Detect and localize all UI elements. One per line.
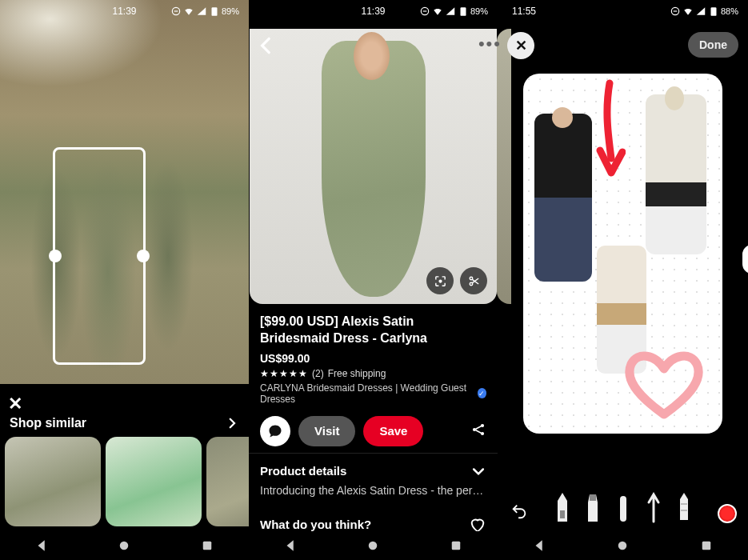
- svg-point-8: [439, 280, 442, 282]
- nav-recent-icon[interactable]: [449, 538, 463, 553]
- share-icon: [470, 422, 486, 438]
- status-bar: 11:55 88%: [498, 0, 748, 22]
- battery-text: 89%: [470, 6, 488, 16]
- svg-point-9: [470, 277, 473, 280]
- visual-search-button[interactable]: [426, 267, 454, 294]
- signal-icon: [695, 6, 706, 17]
- undo-icon: [510, 502, 528, 520]
- signal-icon: [196, 6, 207, 17]
- pencil-tool[interactable]: [676, 491, 692, 523]
- nav-back-icon[interactable]: [34, 538, 49, 553]
- rating-row: ★★★★★ (2) Free shipping: [260, 368, 486, 379]
- svg-rect-20: [590, 494, 596, 501]
- status-time: 11:39: [361, 6, 385, 17]
- nav-back-icon[interactable]: [283, 538, 298, 553]
- seller-name: CARLYNA Bridesmaid Dresses | Wedding Gue…: [260, 382, 475, 405]
- verified-badge-icon: ✓: [478, 388, 486, 398]
- shop-similar-header[interactable]: Shop similar: [10, 416, 239, 430]
- speech-bubble-icon: [267, 423, 283, 439]
- product-info: [$99.00 USD] Alexis Satin Bridesmaid Dre…: [249, 304, 498, 405]
- arrow-tool[interactable]: [646, 491, 662, 523]
- crop-focus-icon: [434, 274, 447, 288]
- product-price: US$99.00: [260, 352, 486, 365]
- status-icons: 89%: [419, 6, 488, 17]
- status-time: 11:55: [512, 6, 536, 17]
- svg-rect-15: [452, 542, 461, 550]
- highlighter-tool[interactable]: [615, 491, 631, 523]
- visual-search-panel: 11:39 89% ✕ Shop similar: [0, 0, 249, 560]
- status-icons: 88%: [670, 6, 738, 17]
- collage-cutout[interactable]: [534, 114, 592, 282]
- svg-point-3: [120, 542, 129, 550]
- shop-similar-label: Shop similar: [10, 416, 86, 430]
- nav-recent-icon[interactable]: [699, 538, 714, 553]
- battery-icon: [708, 6, 719, 17]
- drawn-arrow-icon: [594, 78, 626, 182]
- visual-search-crop-frame[interactable]: [53, 147, 146, 365]
- nav-recent-icon[interactable]: [200, 538, 214, 553]
- collage-editor-panel: 11:55 88% ✕ Done: [498, 0, 748, 560]
- nav-home-icon[interactable]: [366, 538, 380, 553]
- crop-handle-right[interactable]: [137, 250, 150, 262]
- back-button[interactable]: [256, 35, 277, 56]
- battery-text: 89%: [222, 6, 239, 16]
- think-label: What do you think?: [260, 518, 371, 531]
- similar-results-row: [5, 437, 249, 526]
- save-button[interactable]: Save: [363, 416, 423, 446]
- signal-icon: [445, 6, 456, 17]
- drawing-tool-row: [498, 491, 748, 523]
- pen-tool[interactable]: [554, 491, 570, 523]
- done-button[interactable]: Done: [688, 32, 738, 58]
- close-editor-button[interactable]: ✕: [507, 32, 534, 59]
- seller-link[interactable]: CARLYNA Bridesmaid Dresses | Wedding Gue…: [260, 382, 486, 405]
- collage-cutout[interactable]: [646, 94, 706, 254]
- comment-button[interactable]: [260, 416, 290, 446]
- svg-rect-21: [620, 496, 626, 522]
- do-not-disturb-icon: [170, 6, 182, 17]
- close-sheet-button[interactable]: ✕: [8, 394, 22, 414]
- status-time: 11:39: [112, 6, 136, 17]
- product-hero-image[interactable]: •••: [250, 29, 497, 304]
- do-not-disturb-icon: [419, 6, 430, 17]
- action-row: Visit Save: [249, 405, 498, 453]
- svg-rect-23: [702, 542, 711, 550]
- product-pin-panel: 11:39 89% ••• [$99.00 USD] Alexis Satin …: [249, 0, 498, 560]
- status-icons: 89%: [170, 6, 239, 17]
- wifi-icon: [183, 6, 194, 17]
- crop-handle-left[interactable]: [49, 250, 62, 262]
- star-rating-icon: ★★★★★: [260, 368, 308, 379]
- undo-button[interactable]: [510, 502, 528, 523]
- svg-point-14: [369, 542, 378, 550]
- nav-back-icon[interactable]: [532, 538, 546, 553]
- battery-text: 88%: [721, 6, 738, 16]
- android-nav-bar: [249, 531, 498, 560]
- marker-tool[interactable]: [585, 491, 601, 523]
- product-details-section[interactable]: Product details Introducing the Alexis S…: [249, 453, 498, 506]
- share-button[interactable]: [470, 422, 486, 441]
- android-nav-bar: [498, 531, 748, 560]
- svg-rect-18: [710, 7, 716, 15]
- status-bar: 11:39 89%: [249, 0, 498, 22]
- similar-result-thumb[interactable]: [5, 437, 101, 526]
- cutout-button[interactable]: [460, 267, 487, 294]
- collage-canvas[interactable]: [523, 74, 722, 434]
- visit-button[interactable]: Visit: [298, 416, 355, 446]
- editor-top-bar: ✕ Done: [498, 24, 748, 67]
- shipping-label: Free shipping: [328, 368, 386, 379]
- nav-home-icon[interactable]: [117, 538, 131, 553]
- color-picker-button[interactable]: [718, 504, 737, 523]
- shop-similar-sheet: ✕ Shop similar: [0, 387, 249, 531]
- chevron-down-icon: [470, 463, 486, 479]
- similar-result-thumb[interactable]: [106, 437, 202, 526]
- scissors-icon: [467, 274, 481, 288]
- do-not-disturb-icon: [670, 6, 681, 17]
- canvas-side-handle[interactable]: [741, 243, 748, 275]
- battery-icon: [209, 6, 220, 17]
- chevron-right-icon: [225, 416, 239, 430]
- svg-rect-7: [460, 7, 466, 15]
- product-details-body: Introducing the Alexis Satin Dress - the…: [260, 484, 486, 497]
- similar-result-thumb[interactable]: [206, 437, 249, 526]
- wifi-icon: [682, 6, 694, 17]
- svg-point-22: [618, 542, 627, 550]
- nav-home-icon[interactable]: [615, 538, 630, 553]
